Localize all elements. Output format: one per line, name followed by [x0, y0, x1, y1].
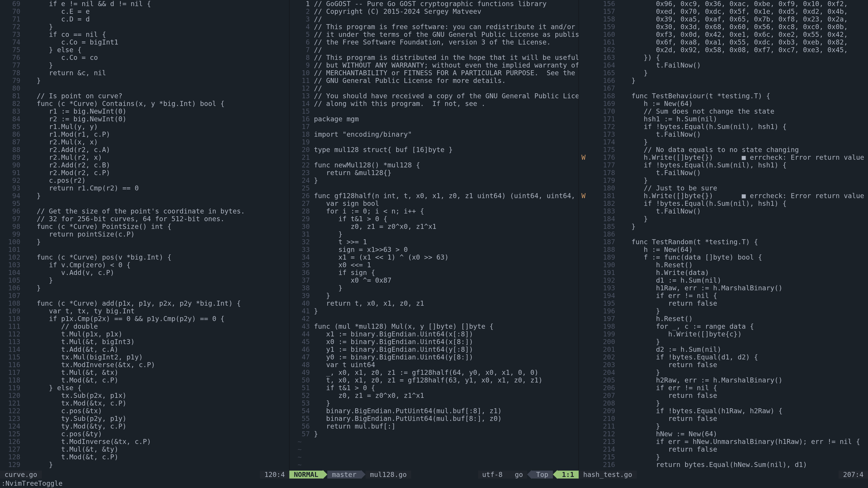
code-line[interactable]: 84 r2 := big.NewInt(0)	[0, 115, 289, 123]
code-line[interactable]: 174 }	[579, 138, 868, 146]
code-line[interactable]: 196 }	[579, 307, 868, 315]
code-line[interactable]: 182 if !bytes.Equal(h.Sum(nil), hsh1) {	[579, 200, 868, 207]
code-line[interactable]: 16package mgm	[289, 115, 579, 123]
code-line[interactable]: 91 r2.Mod(r2, c.P)	[0, 169, 289, 177]
code-line[interactable]: 208 }	[579, 399, 868, 407]
pane-left[interactable]: 69 if e != nil && d != nil {70 c.E = e71…	[0, 0, 289, 470]
code-line[interactable]: 89 r2.Mul(r2, x)	[0, 154, 289, 161]
code-line[interactable]: 172 if !bytes.Equal(h.Sum(nil), hsh1) {	[579, 123, 868, 131]
code-line[interactable]: 191 h.Write(data)	[579, 269, 868, 276]
code-line[interactable]: 165 }	[579, 69, 868, 77]
code-line[interactable]: 48 var t uint64	[289, 361, 579, 369]
code-line[interactable]: 187 func TestRandom(t *testing.T) {	[579, 238, 868, 246]
code-line[interactable]: 12//	[289, 85, 579, 92]
code-line[interactable]: 121 tx.Mod(&tx, c.P)	[0, 399, 289, 407]
code-line[interactable]: 157 0xed, 0x70, 0xdc, 0x5f, 0x1e, 0xd5, …	[579, 8, 868, 15]
code-line[interactable]: 126 t.ModInverse(&tx, c.P)	[0, 438, 289, 446]
code-line[interactable]: 88 r2.Add(r2, c.A)	[0, 146, 289, 154]
code-line[interactable]: W176 h.Write([]byte{}) ■ errcheck: Error…	[579, 154, 868, 161]
code-line[interactable]: 103 if v.Cmp(zero) < 0 {	[0, 261, 289, 269]
code-line[interactable]: 26func gf128half(n int, t, x0, x1, z0, z…	[289, 192, 579, 200]
code-line[interactable]: 193 h1Raw, err := h.MarshalBinary()	[579, 284, 868, 292]
code-line[interactable]: 190 h.Reset()	[579, 261, 868, 269]
code-line[interactable]: 205 h2Raw, err := h.MarshalBinary()	[579, 377, 868, 384]
code-line[interactable]: 180 // Just to be sure	[579, 184, 868, 192]
code-line[interactable]: 7//	[289, 46, 579, 54]
code-line[interactable]: 177 if !bytes.Equal(h.Sum(nil), hsh1) {	[579, 161, 868, 169]
code-line[interactable]: 170 // Sum does not change the state	[579, 107, 868, 115]
code-line[interactable]: 114 t.Add(&t, c.A)	[0, 346, 289, 353]
code-line[interactable]: 214 return false	[579, 446, 868, 453]
code-line[interactable]: 186	[579, 230, 868, 238]
code-line[interactable]: 55 binary.BigEndian.PutUint64(mul.buf[8:…	[289, 415, 579, 422]
code-line[interactable]: 195 return false	[579, 300, 868, 307]
code-line[interactable]: 163 }) {	[579, 54, 868, 61]
code-line[interactable]: 203 return false	[579, 361, 868, 369]
code-line[interactable]: 173 t.FailNow()	[579, 131, 868, 138]
code-line[interactable]: 188 h := New(64)	[579, 246, 868, 254]
code-line[interactable]: 128 t.Mod(&t, c.P)	[0, 453, 289, 461]
code-line[interactable]: 122 c.pos(&tx)	[0, 407, 289, 415]
code-line[interactable]: 120 tx.Sub(p2x, p1x)	[0, 392, 289, 399]
code-line[interactable]: 197 h.Reset()	[579, 315, 868, 323]
code-line[interactable]: 116 tx.ModInverse(&tx, c.P)	[0, 361, 289, 369]
code-line[interactable]: 199 h.Write([]byte{c})	[579, 330, 868, 338]
code-line[interactable]: 212 hNew := New(64)	[579, 430, 868, 438]
code-line[interactable]: 6// the Free Software Foundation, versio…	[289, 38, 579, 46]
code-line[interactable]: 209 if !bytes.Equal(h1Raw, h2Raw) {	[579, 407, 868, 415]
code-line[interactable]: 201 d2 := h.Sum(nil)	[579, 346, 868, 353]
code-line[interactable]: 9// but WITHOUT ANY WARRANTY; without ev…	[289, 61, 579, 69]
code-line[interactable]: 14// along with this program. If not, se…	[289, 100, 579, 107]
code-line[interactable]: 206 if err != nil {	[579, 384, 868, 392]
code-line[interactable]: 119 } else {	[0, 384, 289, 392]
code-line[interactable]: 72 }	[0, 23, 289, 31]
code-line[interactable]: 31 }	[289, 230, 579, 238]
code-line[interactable]: 5// it under the terms of the GNU Genera…	[289, 31, 579, 38]
code-line[interactable]: 169 h := New(64)	[579, 100, 868, 107]
pane-center[interactable]: 1// GoGOST -- Pure Go GOST cryptographic…	[289, 0, 579, 470]
code-line[interactable]: 87 r2.Mul(x, x)	[0, 138, 289, 146]
code-line[interactable]: 44 x1 := binary.BigEndian.Uint64(x[:8])	[289, 330, 579, 338]
code-line[interactable]: 168 func TestBehaviour(t *testing.T) {	[579, 92, 868, 100]
code-line[interactable]: 54 binary.BigEndian.PutUint64(mul.buf[:8…	[289, 407, 579, 415]
code-line[interactable]: 175 // No data equals to no state changi…	[579, 146, 868, 154]
code-line[interactable]: 49 _, x0, x1, z0, z1 := gf128half(64, y0…	[289, 369, 579, 377]
code-line[interactable]: 160 0xf3, 0x0d, 0x42, 0xe1, 0x6c, 0xe2, …	[579, 31, 868, 38]
code-line[interactable]: 90 r2.Add(r2, c.B)	[0, 161, 289, 169]
code-line[interactable]: 71 c.D = d	[0, 15, 289, 23]
code-line[interactable]: 4// This program is free software: you c…	[289, 23, 579, 31]
code-line[interactable]: 125 c.pos(&ty)	[0, 430, 289, 438]
code-line[interactable]: 32 t >>= 1	[289, 238, 579, 246]
code-line[interactable]: 159 0x30, 0x3d, 0x68, 0x60, 0x56, 0xc8, …	[579, 23, 868, 31]
code-line[interactable]: 39 }	[289, 292, 579, 300]
code-line[interactable]: 178 t.FailNow()	[579, 169, 868, 177]
code-line[interactable]: 23 return &mul128{}	[289, 169, 579, 177]
code-line[interactable]: 40 return t, x0, x1, z0, z1	[289, 300, 579, 307]
code-line[interactable]: 189 f := func(data []byte) bool {	[579, 254, 868, 261]
code-line[interactable]: 38 }	[289, 284, 579, 292]
code-line[interactable]: 3//	[289, 15, 579, 23]
code-line[interactable]: 167	[579, 85, 868, 92]
code-line[interactable]: 95	[0, 200, 289, 207]
code-line[interactable]: 216 return bytes.Equal(hNew.Sum(nil), d1…	[579, 461, 868, 468]
pane-right[interactable]: 156 0x96, 0xc9, 0x36, 0xac, 0xbe, 0xf9, …	[579, 0, 868, 470]
code-line[interactable]: 15	[289, 107, 579, 115]
code-line[interactable]: 43func (mul *mul128) Mul(x, y []byte) []…	[289, 323, 579, 330]
code-line[interactable]: 156 0x96, 0xc9, 0x36, 0xac, 0xbe, 0xf9, …	[579, 0, 868, 8]
code-line[interactable]: 162 0x2d, 0x92, 0x58, 0x08, 0xf7, 0xc7, …	[579, 46, 868, 54]
code-line[interactable]: 117 t.Mul(&t, &tx)	[0, 369, 289, 377]
code-line[interactable]: 109 var t, tx, ty big.Int	[0, 307, 289, 315]
code-line[interactable]: 185 }	[579, 223, 868, 230]
code-line[interactable]: 179 }	[579, 177, 868, 184]
code-line[interactable]: 24}	[289, 177, 579, 184]
code-line[interactable]: 22func newMul128() *mul128 {	[289, 161, 579, 169]
code-line[interactable]: 129 }	[0, 461, 289, 468]
code-line[interactable]: 98 func (c *Curve) PointSize() int {	[0, 223, 289, 230]
code-line[interactable]: 34 x1 = (x1 << 1) ^ (x0 >> 63)	[289, 254, 579, 261]
code-line[interactable]: 1// GoGOST -- Pure Go GOST cryptographic…	[289, 0, 579, 8]
code-line[interactable]: 215 }	[579, 453, 868, 461]
code-line[interactable]: 27 var sign bool	[289, 200, 579, 207]
code-line[interactable]: 112 t.Mul(p1x, p1x)	[0, 330, 289, 338]
code-line[interactable]: 57}	[289, 430, 579, 438]
code-line[interactable]: 76 c.Co = co	[0, 54, 289, 61]
